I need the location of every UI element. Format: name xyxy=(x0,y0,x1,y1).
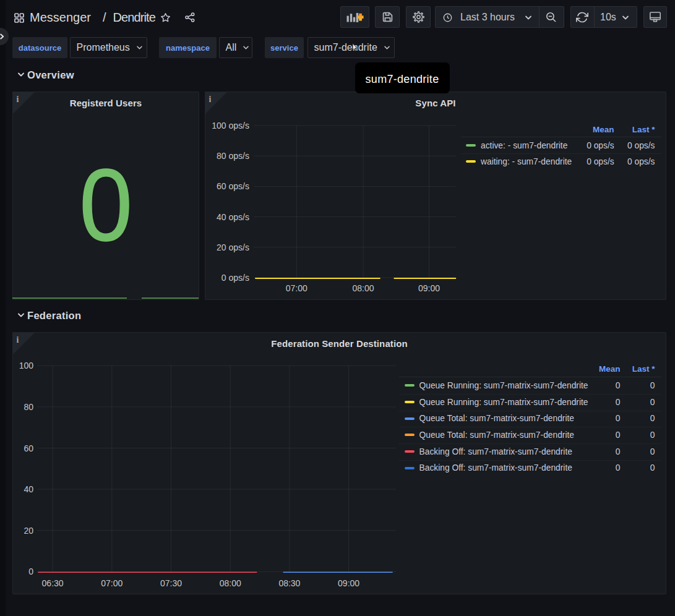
svg-text:0: 0 xyxy=(28,567,33,576)
svg-text:40 ops/s: 40 ops/s xyxy=(217,212,249,222)
svg-text:100: 100 xyxy=(19,361,34,370)
svg-text:100 ops/s: 100 ops/s xyxy=(212,121,249,130)
svg-text:20: 20 xyxy=(24,526,33,536)
svg-text:80: 80 xyxy=(24,402,33,412)
svg-text:09:00: 09:00 xyxy=(418,283,440,293)
svg-text:08:00: 08:00 xyxy=(220,578,241,588)
svg-text:08:30: 08:30 xyxy=(278,578,300,588)
svg-text:08:00: 08:00 xyxy=(352,283,374,293)
svg-text:40: 40 xyxy=(24,484,33,494)
svg-text:07:00: 07:00 xyxy=(286,283,307,293)
svg-text:20 ops/s: 20 ops/s xyxy=(217,242,249,252)
svg-text:80 ops/s: 80 ops/s xyxy=(217,151,249,161)
svg-text:0 ops/s: 0 ops/s xyxy=(221,273,249,283)
svg-text:07:30: 07:30 xyxy=(160,578,182,588)
svg-text:60 ops/s: 60 ops/s xyxy=(217,181,249,191)
svg-text:09:00: 09:00 xyxy=(338,578,359,588)
svg-text:07:00: 07:00 xyxy=(101,578,123,588)
svg-text:06:30: 06:30 xyxy=(42,578,64,588)
svg-text:60: 60 xyxy=(24,443,33,453)
